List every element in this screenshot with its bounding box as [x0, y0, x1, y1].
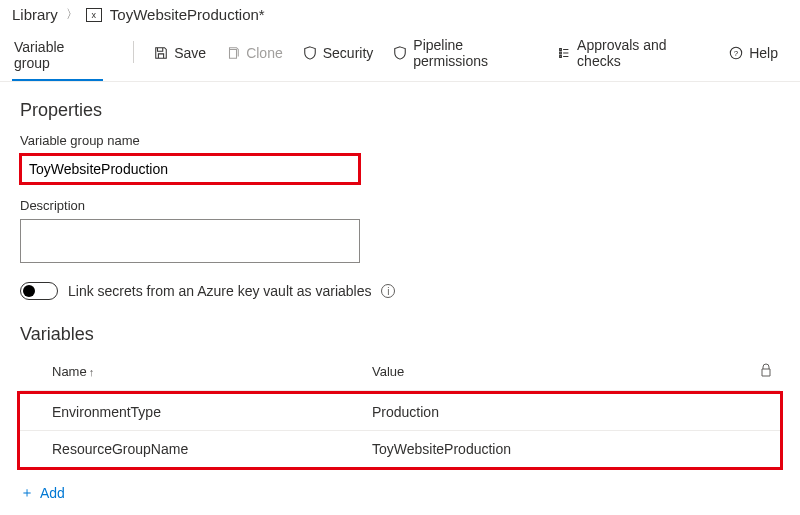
- breadcrumb-current: ToyWebsiteProduction*: [110, 6, 265, 23]
- table-row[interactable]: ResourceGroupName ToyWebsiteProduction: [20, 431, 780, 467]
- keyvault-toggle-label: Link secrets from an Azure key vault as …: [68, 283, 371, 299]
- approvals-checks-button[interactable]: Approvals and checks: [547, 31, 719, 79]
- add-variable-button[interactable]: ＋ Add: [0, 470, 85, 515]
- breadcrumb-root[interactable]: Library: [12, 6, 58, 23]
- clone-icon: [226, 46, 240, 60]
- sort-asc-icon: ↑: [89, 366, 95, 378]
- toolbar: Variable group Save Clone Security Pipel…: [0, 25, 800, 82]
- save-icon: [154, 46, 168, 60]
- keyvault-toggle[interactable]: [20, 282, 58, 300]
- pipeline-permissions-button[interactable]: Pipeline permissions: [383, 31, 547, 79]
- variable-group-name-label: Variable group name: [0, 129, 800, 152]
- variable-group-name-input[interactable]: [20, 154, 360, 184]
- checklist-icon: [557, 46, 571, 60]
- breadcrumb: Library 〉 x ToyWebsiteProduction*: [0, 0, 800, 25]
- variable-value: ToyWebsiteProduction: [372, 441, 748, 457]
- variable-value: Production: [372, 404, 748, 420]
- highlighted-rows: EnvironmentType Production ResourceGroup…: [17, 391, 783, 470]
- description-input[interactable]: [20, 219, 360, 263]
- help-icon: ?: [729, 46, 743, 60]
- table-header: Name↑ Value: [20, 353, 780, 391]
- svg-text:?: ?: [734, 49, 739, 58]
- lock-icon: [760, 363, 772, 377]
- variables-heading: Variables: [0, 324, 800, 345]
- info-icon[interactable]: i: [381, 284, 395, 298]
- column-value[interactable]: Value: [372, 364, 748, 379]
- shield-icon: [393, 46, 407, 60]
- tab-variable-group[interactable]: Variable group: [12, 29, 103, 81]
- plus-icon: ＋: [20, 484, 34, 502]
- separator: [133, 41, 134, 63]
- chevron-right-icon: 〉: [66, 6, 78, 23]
- table-row[interactable]: EnvironmentType Production: [20, 394, 780, 431]
- shield-icon: [303, 46, 317, 60]
- variable-group-icon: x: [86, 8, 102, 22]
- security-button[interactable]: Security: [293, 39, 384, 71]
- variable-name: EnvironmentType: [52, 404, 372, 420]
- column-secret: [748, 363, 772, 380]
- variables-table: Name↑ Value EnvironmentType Production R…: [0, 353, 800, 470]
- help-button[interactable]: ? Help: [719, 39, 788, 71]
- save-button[interactable]: Save: [144, 39, 216, 71]
- properties-heading: Properties: [0, 100, 800, 121]
- column-name[interactable]: Name↑: [52, 364, 372, 379]
- description-label: Description: [0, 194, 800, 217]
- variable-name: ResourceGroupName: [52, 441, 372, 457]
- clone-button: Clone: [216, 39, 293, 71]
